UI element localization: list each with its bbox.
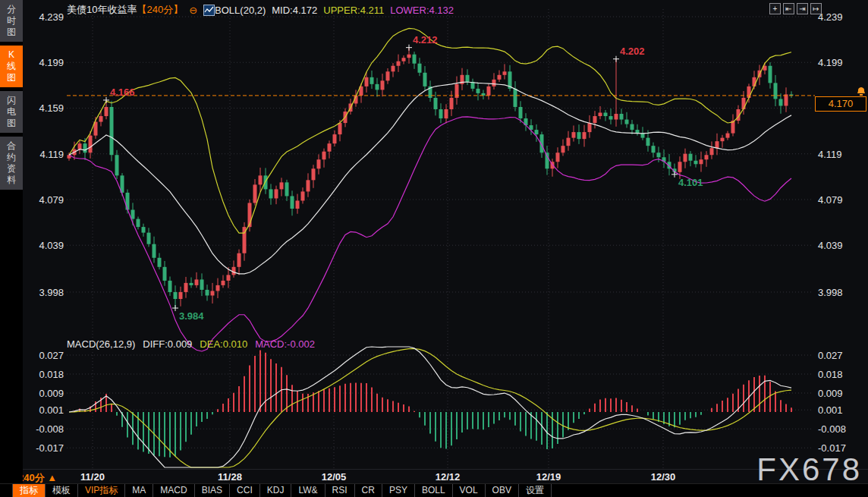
candle-body xyxy=(636,130,640,134)
main-axis-label-left: 4.119 xyxy=(39,148,64,159)
candle-body xyxy=(147,233,151,244)
candle-body xyxy=(237,253,241,267)
crosshair-icon[interactable]: + xyxy=(769,3,781,14)
macd-axis-label-left: 0.001 xyxy=(39,404,64,416)
sidebar: 分时图K线图闪电图合约资料 xyxy=(0,0,23,483)
macd-axis-label-right: -0.008 xyxy=(818,423,846,435)
candle-body xyxy=(407,55,411,58)
candle-body xyxy=(498,75,502,80)
instrument-title: 美债10年收益率 xyxy=(67,3,137,17)
candle-body xyxy=(216,285,220,291)
toolbar-button-bias[interactable]: BIAS xyxy=(195,484,230,497)
candle-body xyxy=(710,148,714,155)
compress-x-icon[interactable]: ⇤ xyxy=(783,3,794,14)
main-axis-label-left: 4.079 xyxy=(39,193,64,205)
toolbar-button-rsi[interactable]: RSI xyxy=(326,484,355,497)
toolbar-button-kdj[interactable]: KDJ xyxy=(260,484,292,497)
candle-body xyxy=(158,258,162,267)
candle-body xyxy=(328,143,332,152)
candle-body xyxy=(652,146,656,153)
candle-body xyxy=(572,132,576,138)
candle-body xyxy=(492,80,496,87)
macd-dea-line xyxy=(69,348,791,467)
toolbar-button-vol[interactable]: VOL xyxy=(453,484,486,497)
macd-axis-label-left: -0.017 xyxy=(36,442,64,454)
toolbar-button-ma[interactable]: MA xyxy=(125,484,153,497)
main-axis-label-left: 4.199 xyxy=(39,57,64,68)
date-axis-label: 11/28 xyxy=(218,471,242,483)
macd-diff-value: DIFF:0.009 xyxy=(143,338,192,350)
candle-body xyxy=(700,159,703,164)
sidebar-tab-label: K线图 xyxy=(6,49,17,83)
candle-body xyxy=(296,200,300,209)
candle-body xyxy=(174,292,178,299)
price-alert-bell-icon[interactable] xyxy=(857,86,866,99)
candle-body xyxy=(78,143,82,149)
candle-body xyxy=(115,155,119,175)
candle-body xyxy=(779,99,783,105)
candle-body xyxy=(567,138,571,146)
sidebar-tab-item[interactable]: 合约资料 xyxy=(0,137,23,190)
candle-body xyxy=(168,281,172,292)
chart-canvas[interactable]: 4.1663.9844.2124.2024.101 xyxy=(0,0,868,497)
candle-body xyxy=(577,132,581,139)
candle-body xyxy=(402,58,406,61)
toolbar-button-vip[interactable]: VIP指标 xyxy=(78,484,125,497)
fx678-watermark: FX678 xyxy=(756,451,862,488)
candle-body xyxy=(583,132,587,139)
reset-scale-icon[interactable]: ↦ xyxy=(810,3,822,14)
toolbar-button-macd[interactable]: MACD xyxy=(153,484,194,497)
chart-app-window: 4.1663.9844.2124.2024.101 分时图K线图闪电图合约资料 … xyxy=(0,0,868,497)
sidebar-tab-label: 分时图 xyxy=(6,4,17,38)
sidebar-tab-active[interactable]: K线图 xyxy=(0,46,23,87)
candle-body xyxy=(556,153,560,162)
candle-body xyxy=(439,109,443,118)
candle-body xyxy=(657,153,661,157)
period-badge[interactable]: 【240分】 xyxy=(137,3,183,17)
candle-body xyxy=(678,162,682,172)
sidebar-tab-item[interactable]: 闪电图 xyxy=(0,91,23,133)
toolbar-button-[interactable]: 指标 xyxy=(12,484,46,497)
candle-body xyxy=(338,123,342,134)
candle-body xyxy=(365,77,369,87)
expand-x-icon[interactable]: ⇥ xyxy=(797,3,808,14)
collapse-icon[interactable]: ⊖ xyxy=(189,5,197,16)
sidebar-tab-label: 合约资料 xyxy=(6,140,17,186)
toolbar-button-cr[interactable]: CR xyxy=(355,484,382,497)
high-price-annotation: 4.166 xyxy=(110,87,135,98)
main-axis-label-right: 4.119 xyxy=(818,148,842,159)
candle-body xyxy=(307,180,310,191)
main-axis-label-right: 4.079 xyxy=(818,193,843,205)
candle-body xyxy=(599,113,602,117)
candle-body xyxy=(131,210,135,219)
toolbar-button-[interactable]: 模板 xyxy=(46,484,78,497)
candle-body xyxy=(689,154,693,161)
toolbar-button-[interactable]: 设置 xyxy=(519,484,552,497)
boll-indicator-label: BOLL(20,2) xyxy=(215,5,266,16)
boll-upper-value: UPPER:4.211 xyxy=(323,5,384,16)
toolbar-button-psy[interactable]: PSY xyxy=(382,484,415,497)
candle-body xyxy=(370,77,374,84)
low-price-annotation: 4.101 xyxy=(678,177,703,188)
date-axis-label: 12/05 xyxy=(322,471,347,483)
candle-body xyxy=(514,89,517,107)
candle-body xyxy=(195,279,199,285)
candle-body xyxy=(142,227,146,233)
toolbar-button-cci[interactable]: CCI xyxy=(230,484,260,497)
macd-axis-label-right: 0.009 xyxy=(818,387,843,398)
date-axis-label: 12/19 xyxy=(536,471,561,483)
candle-body xyxy=(646,138,650,146)
candle-body xyxy=(625,120,629,124)
candle-body xyxy=(705,155,709,159)
sidebar-tab-item[interactable]: 分时图 xyxy=(0,0,23,42)
axis-separator-line xyxy=(0,469,868,470)
candle-body xyxy=(222,281,225,285)
toolbar-button-lw[interactable]: LW& xyxy=(291,484,325,497)
macd-axis-label-right: 0.018 xyxy=(818,368,843,379)
toolbar-button-boll[interactable]: BOLL xyxy=(415,484,453,497)
macd-name-label: MACD(26,12,9) xyxy=(67,338,135,350)
candle-body xyxy=(476,89,480,93)
chart-scale-controls: +⇤⇥↦ xyxy=(769,3,822,14)
toolbar-button-obv[interactable]: OBV xyxy=(486,484,519,497)
candle-body xyxy=(604,113,608,117)
